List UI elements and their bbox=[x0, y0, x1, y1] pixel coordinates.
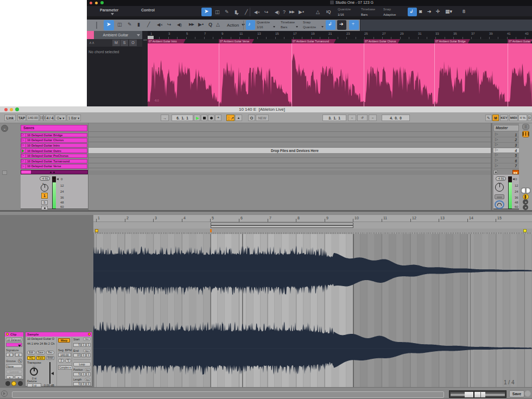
svg-text:-6.0: -6.0 bbox=[154, 99, 159, 102]
svg-text:1 / 4: 1 / 4 bbox=[504, 379, 515, 385]
svg-text:-1.0: -1.0 bbox=[154, 68, 159, 72]
